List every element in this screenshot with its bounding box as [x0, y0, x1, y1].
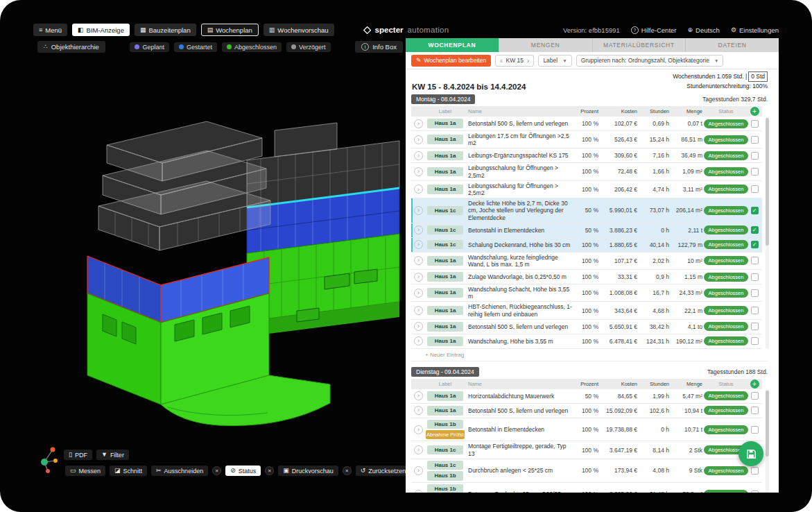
- task-row[interactable]: ›Haus 1aHBT-Schienen, Rückbiegeanschluss…: [411, 302, 762, 319]
- save-button[interactable]: [738, 441, 763, 466]
- add-task-icon[interactable]: +: [750, 107, 759, 116]
- expand-row-icon[interactable]: ›: [414, 336, 423, 345]
- chevron-left-icon[interactable]: ‹: [500, 57, 502, 65]
- tool-ausschneiden-close-icon[interactable]: ✕: [212, 466, 221, 475]
- tab-material-bersicht[interactable]: MATERIALÜBERSICHT: [593, 38, 686, 52]
- row-checkbox[interactable]: [751, 323, 759, 330]
- tool-druckvorschau-close-icon[interactable]: ✕: [343, 466, 352, 475]
- expand-row-icon[interactable]: ›: [414, 206, 423, 215]
- help-center-button[interactable]: ?Hilfe-Center: [631, 26, 677, 34]
- tool-status-button[interactable]: ⊘Status: [225, 466, 261, 476]
- building-3d-model[interactable]: [39, 78, 402, 446]
- info-box-button[interactable]: iInfo Box: [355, 41, 403, 53]
- settings-button[interactable]: ⚙Einstellungen: [731, 26, 779, 34]
- row-checkbox[interactable]: ✓: [751, 207, 759, 214]
- expand-row-icon[interactable]: ›: [414, 167, 423, 176]
- expand-row-icon[interactable]: ›: [414, 490, 423, 493]
- topbar-button-wochenplan[interactable]: ▤Wochenplan: [201, 24, 259, 36]
- task-row[interactable]: ›Haus 1aWandschalung, kurze feingliedrig…: [411, 253, 762, 270]
- row-checkbox[interactable]: [751, 152, 759, 160]
- row-checkbox[interactable]: [751, 120, 759, 128]
- row-checkbox[interactable]: [751, 257, 759, 264]
- tab-dateien[interactable]: DATEIEN: [686, 38, 779, 52]
- row-checkbox[interactable]: [751, 392, 759, 400]
- row-checkbox[interactable]: [751, 289, 759, 297]
- expand-row-icon[interactable]: ›: [414, 406, 423, 415]
- task-row[interactable]: ›Haus 1aWandschalung Schacht, Höhe bis 3…: [411, 284, 762, 302]
- bim-viewer[interactable]: ∴Objekthierarchie GeplantGestartetAbgesc…: [33, 38, 406, 493]
- row-checkbox[interactable]: [751, 490, 759, 493]
- scrollbar-thumb[interactable]: [766, 391, 769, 456]
- task-row[interactable]: ›Haus 1aBetonstahl 500 S, liefern und ve…: [411, 404, 762, 418]
- task-row[interactable]: ›Haus 1aLeibungsschalung für Öffnungen >…: [411, 181, 762, 198]
- expand-row-icon[interactable]: ›: [414, 306, 423, 315]
- table-scrollbar[interactable]: [766, 389, 769, 493]
- week-selector[interactable]: ‹KW 15›: [495, 55, 534, 67]
- expand-row-icon[interactable]: ›: [414, 322, 423, 331]
- expand-row-icon[interactable]: ›: [414, 425, 423, 434]
- task-row[interactable]: ›Haus 1bAbnahme Prüfst..Betonstahl in El…: [411, 418, 762, 442]
- expand-row-icon[interactable]: ›: [414, 445, 423, 454]
- row-checkbox[interactable]: ✓: [751, 241, 759, 248]
- task-row[interactable]: ›Haus 1aBetonstahl 500 S, liefern und ve…: [411, 117, 762, 131]
- expand-row-icon[interactable]: ›: [414, 135, 423, 144]
- task-row[interactable]: ›Haus 1aBetonstahl 500 S, liefern und ve…: [411, 320, 762, 334]
- task-row[interactable]: ›Haus 1aLeibungs-Ergänzungsspachtel KS 1…: [411, 148, 762, 163]
- task-row[interactable]: ›Haus 1cMontage Fertigteiltreppe, gerade…: [411, 441, 762, 459]
- row-checkbox[interactable]: [751, 136, 759, 144]
- topbar-button-men[interactable]: ≡Menü: [33, 24, 67, 36]
- tool-ausschneiden-button[interactable]: ✂Ausschneiden: [151, 466, 208, 476]
- expand-row-icon[interactable]: ›: [414, 256, 423, 265]
- task-row[interactable]: ›Haus 1cDecke lichte Höhe bis 2,7 m, Dic…: [411, 198, 762, 223]
- task-row[interactable]: ›Haus 1bHaus 1cBetonage Decke bis 25 cm,…: [411, 483, 762, 493]
- row-checkbox[interactable]: [751, 467, 759, 475]
- expand-row-icon[interactable]: ›: [414, 391, 423, 400]
- tab-mengen[interactable]: MENGEN: [499, 38, 593, 52]
- edit-weekplan-button[interactable]: ✎Wochenplan bearbeiten: [411, 55, 491, 67]
- expand-row-icon[interactable]: ›: [414, 185, 423, 194]
- task-row[interactable]: ›Haus 1aZulage Wandvorlage, bis 0,25*0,5…: [411, 270, 762, 284]
- tool-filter-button[interactable]: ▼Filter: [96, 450, 129, 460]
- task-row[interactable]: ›Haus 1aHorizontalabdichtung Mauerwerk50…: [411, 389, 762, 404]
- tab-wochenplan[interactable]: WOCHENPLAN: [406, 38, 499, 52]
- task-row[interactable]: ›Haus 1cSchalung Deckenrand, Höhe bis 30…: [411, 238, 762, 253]
- task-row[interactable]: ›Haus 1aLeibungsschalung für Öffnungen >…: [411, 163, 762, 180]
- task-row[interactable]: ›Haus 1cHaus 1bDurchbruch anlegen < 25*2…: [411, 459, 762, 483]
- tool-schnitt-button[interactable]: ◪Schnitt: [110, 466, 147, 476]
- add-task-icon[interactable]: +: [750, 379, 759, 389]
- row-checkbox[interactable]: [751, 426, 759, 434]
- expand-row-icon[interactable]: ›: [414, 289, 423, 298]
- expand-row-icon[interactable]: ›: [414, 225, 423, 234]
- row-checkbox[interactable]: [751, 407, 759, 414]
- expand-row-icon[interactable]: ›: [414, 240, 423, 249]
- topbar-button-bauzeitenplan[interactable]: ▦Bauzeitenplan: [135, 24, 196, 36]
- tool-messen-button[interactable]: ▭Messen: [65, 466, 105, 476]
- row-checkbox[interactable]: [751, 168, 759, 176]
- row-checkbox[interactable]: [751, 273, 759, 281]
- topbar-button-bim-anzeige[interactable]: ◧BIM-Anzeige: [72, 24, 130, 36]
- expand-row-icon[interactable]: ›: [414, 466, 423, 475]
- group-by-dropdown[interactable]: Gruppieren nach: Ordnungszahl, Objektkat…: [576, 55, 724, 67]
- expand-row-icon[interactable]: ›: [414, 273, 423, 282]
- language-button[interactable]: ⊕Deutsch: [687, 26, 719, 34]
- topbar-button-wochenvorschau[interactable]: ▥Wochenvorschau: [264, 24, 334, 36]
- tool-status-close-icon[interactable]: ✕: [265, 466, 274, 475]
- chevron-right-icon[interactable]: ›: [527, 57, 529, 65]
- task-row[interactable]: ›Haus 1aLeibungen 17,5 cm für Öffnungen …: [411, 131, 762, 148]
- tool-zur-cksetzen-button[interactable]: ↺Zurücksetzen: [356, 466, 411, 476]
- table-scrollbar[interactable]: [766, 117, 769, 349]
- scrollbar-thumb[interactable]: [766, 118, 769, 246]
- row-checkbox[interactable]: ✓: [751, 226, 759, 234]
- row-checkbox[interactable]: [751, 307, 759, 314]
- expand-row-icon[interactable]: ›: [414, 151, 423, 160]
- new-entry-button[interactable]: + Neuer Eintrag: [411, 349, 769, 361]
- task-row[interactable]: ›Haus 1cBetonstahl in Elementdecken50 %3…: [411, 223, 762, 238]
- row-checkbox[interactable]: [751, 185, 759, 193]
- label-filter-dropdown[interactable]: Label▼: [538, 55, 571, 67]
- tool-pdf-button[interactable]: ▯PDF: [64, 450, 92, 460]
- expand-row-icon[interactable]: ›: [414, 119, 423, 128]
- task-row[interactable]: ›Haus 1aWandschalung, Höhe bis 3,55 m100…: [411, 334, 762, 349]
- row-checkbox[interactable]: [751, 337, 759, 345]
- object-hierarchy-button[interactable]: ∴Objekthierarchie: [37, 41, 105, 53]
- tool-druckvorschau-button[interactable]: ▣Druckvorschau: [278, 466, 338, 476]
